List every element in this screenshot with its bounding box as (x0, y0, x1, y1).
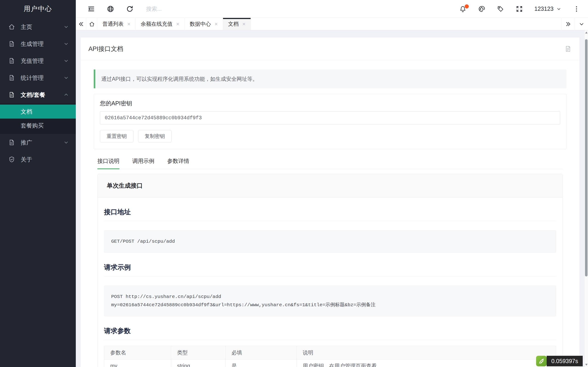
leaf-logo-icon (536, 356, 547, 366)
col-header-type: 类型 (171, 346, 225, 359)
chevron-down-icon (63, 58, 69, 64)
home-icon (8, 23, 15, 30)
code-block-address: GET/POST /api/scpu/add (104, 230, 556, 253)
tab-label: 余额在线充值 (141, 20, 173, 27)
sidebar-item-label: 生成管理 (21, 40, 63, 48)
page-title: API接口文档 (88, 45, 564, 53)
sidebar-item-recharge[interactable]: 充值管理 (0, 52, 76, 69)
alert-text: 通过API接口，可以实现程序化调用系统功能，如生成安全网址等。 (101, 75, 258, 83)
sidebar-subitem-package-buy[interactable]: 套餐购买 (0, 119, 76, 133)
param-desc: 用户密钥，在用户管理页面查看 (297, 359, 556, 367)
tab-home[interactable] (86, 18, 97, 30)
close-icon[interactable]: × (127, 21, 130, 27)
sidebar-item-label: 统计管理 (21, 74, 63, 82)
double-chevron-left-icon[interactable] (76, 18, 86, 30)
fullscreen-icon[interactable] (516, 5, 523, 13)
api-key-buttons: 重置密钥 复制密钥 (100, 130, 560, 142)
close-icon[interactable]: × (242, 21, 246, 27)
shield-check-icon (8, 156, 15, 163)
sidebar-item-label: 推广 (21, 139, 63, 146)
chevron-down-icon (556, 6, 561, 11)
sidebar-item-docs-packages[interactable]: 文档/套餐 (0, 86, 76, 103)
param-name: my (104, 359, 171, 367)
api-key-label: 您的API密钥 (100, 100, 560, 107)
collapse-menu-icon[interactable] (87, 5, 95, 13)
sidebar-item-promotion[interactable]: 推广 (0, 134, 76, 151)
tab-balance-recharge[interactable]: 余额在线充值 × (136, 18, 185, 30)
tab-label: 普通列表 (103, 20, 124, 27)
palette-icon[interactable] (478, 5, 485, 13)
kebab-menu-icon[interactable] (573, 5, 580, 13)
notification-dot (465, 4, 469, 8)
tag-icon[interactable] (497, 5, 504, 13)
chevron-down-icon (63, 24, 69, 30)
globe-icon[interactable] (107, 5, 114, 13)
table-header-row: 参数名 类型 必填 说明 (104, 346, 556, 359)
param-type: string (171, 359, 225, 367)
sidebar: 用户中心 主页 生成管理 (0, 0, 76, 367)
section-heading-params: 请求参数 (104, 326, 556, 340)
tab-call-example[interactable]: 调用示例 (132, 157, 154, 169)
book-icon (8, 57, 15, 64)
refresh-icon[interactable] (126, 5, 134, 13)
close-icon[interactable]: × (215, 21, 218, 27)
submenu-item-label: 套餐购买 (21, 122, 44, 129)
sidebar-item-label: 文档/套餐 (21, 91, 63, 99)
book-icon (8, 139, 15, 146)
sidebar-item-about[interactable]: 关于 (0, 151, 76, 168)
reset-key-button[interactable]: 重置密钥 (100, 130, 133, 142)
tab-param-details[interactable]: 参数详情 (167, 157, 189, 169)
col-header-desc: 说明 (297, 346, 556, 359)
code-line-1: POST http://cs.yushare.cn/api/scpu/add (111, 293, 549, 301)
tab-options-chevron-icon[interactable] (575, 18, 588, 30)
api-key-input[interactable] (100, 111, 560, 125)
performance-footer: 0.059397s (536, 356, 583, 366)
code-block-example: POST http://cs.yushare.cn/api/scpu/add m… (104, 286, 556, 316)
api-key-panel: 您的API密钥 重置密钥 复制密钥 (94, 94, 566, 149)
sidebar-item-label: 充值管理 (21, 57, 63, 65)
tab-docs[interactable]: 文档 × (223, 18, 251, 30)
tab-label: 文档 (228, 20, 239, 27)
scrollbar-thumb[interactable] (585, 39, 588, 276)
code-line-2: my=02616a5744ce72d45889cc0b934df9f3&url=… (111, 301, 549, 309)
username-text: 123123 (535, 6, 553, 12)
app-root: 用户中心 主页 生成管理 (0, 0, 588, 367)
sidebar-item-generate[interactable]: 生成管理 (0, 35, 76, 52)
param-table: 参数名 类型 必填 说明 my string 是 (104, 346, 556, 367)
tab-normal-list[interactable]: 普通列表 × (97, 18, 136, 30)
tab-data-center[interactable]: 数据中心 × (185, 18, 223, 30)
param-required: 是 (225, 359, 297, 367)
double-chevron-right-icon[interactable] (561, 18, 575, 30)
sidebar-subitem-docs[interactable]: 文档 (0, 105, 76, 119)
scroll-up-arrow[interactable] (585, 32, 588, 33)
vertical-scrollbar[interactable] (584, 30, 588, 367)
file-document-icon[interactable] (564, 45, 572, 52)
section-heading-example: 请求示例 (104, 263, 556, 276)
submenu-item-label: 文档 (21, 108, 32, 115)
home-icon (89, 21, 95, 27)
copy-key-button[interactable]: 复制密钥 (138, 130, 172, 142)
sidebar-item-label: 关于 (21, 156, 69, 163)
sidebar-submenu-docs: 文档 套餐购买 (0, 103, 76, 134)
sidebar-menu: 主页 生成管理 充值管理 (0, 18, 76, 168)
table-row: my string 是 用户密钥，在用户管理页面查看 (104, 359, 556, 367)
user-menu[interactable]: 123123 (535, 6, 561, 12)
topbar: 123123 (76, 0, 588, 18)
chevron-down-icon (63, 75, 69, 81)
sidebar-item-statistics[interactable]: 统计管理 (0, 69, 76, 86)
tabbar-spacer (251, 18, 561, 30)
doc-tabs: 接口说明 调用示例 参数详情 (97, 157, 563, 169)
sidebar-item-home[interactable]: 主页 (0, 18, 76, 35)
col-header-name: 参数名 (104, 346, 171, 359)
scroll-down-arrow[interactable] (585, 364, 588, 366)
close-icon[interactable]: × (176, 21, 179, 27)
search-input[interactable] (146, 6, 275, 12)
doc-panel: 单次生成接口 接口地址 GET/POST /api/scpu/add 请求示例 … (97, 174, 563, 367)
chevron-up-icon (63, 92, 69, 98)
col-header-required: 必填 (225, 346, 297, 359)
tab-api-description[interactable]: 接口说明 (97, 157, 120, 169)
bell-icon[interactable] (459, 5, 467, 13)
load-time-badge: 0.059397s (547, 356, 583, 366)
code-text: GET/POST /api/scpu/add (111, 239, 175, 244)
doc-page-card: API接口文档 通过API接口，可以实现程序化调用系统功能，如生成安全网址等。 … (81, 37, 579, 367)
